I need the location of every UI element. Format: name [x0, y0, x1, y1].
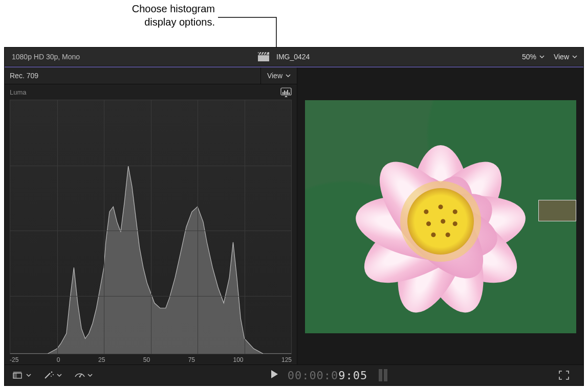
- play-button[interactable]: [270, 370, 278, 381]
- annotation-text: Choose histogram display options.: [132, 2, 215, 29]
- audio-meter: [379, 369, 387, 381]
- histogram-x-tick: 50: [143, 356, 150, 363]
- histogram-options-button[interactable]: [280, 87, 292, 97]
- selection-marker[interactable]: [538, 200, 576, 221]
- svg-line-16: [45, 373, 50, 378]
- svg-rect-7: [282, 92, 284, 95]
- scopes-view-label: View: [267, 72, 282, 80]
- histogram-mode-label: Luma: [10, 88, 27, 96]
- histogram-x-tick: 125: [281, 356, 292, 363]
- histogram-x-tick: 0: [57, 356, 60, 363]
- timecode-display[interactable]: 00:00:09:05: [288, 369, 368, 382]
- scopes-panel: Rec. 709 View Luma: [5, 67, 297, 365]
- retime-button[interactable]: [71, 369, 96, 382]
- histogram-x-tick: -25: [10, 356, 18, 363]
- color-space-label: Rec. 709: [5, 72, 260, 80]
- scopes-view-menu[interactable]: View: [260, 67, 297, 84]
- annotation-callout: Choose histogram display options.: [0, 0, 215, 46]
- app-window: 1080p HD 30p, Mono IMG_0424 50%: [4, 47, 584, 386]
- viewer-top-bar: 1080p HD 30p, Mono IMG_0424 50%: [5, 48, 583, 66]
- preview-image: [305, 100, 576, 333]
- clip-appearance-button[interactable]: [10, 369, 34, 381]
- svg-point-19: [51, 376, 52, 377]
- svg-point-21: [79, 376, 81, 378]
- timecode-dim: 00:00:0: [288, 369, 339, 382]
- svg-point-17: [51, 372, 53, 373]
- viewer-panel: [297, 67, 583, 365]
- timecode-bright: 9:05: [338, 369, 367, 382]
- viewer-preview[interactable]: [301, 75, 579, 358]
- histogram-x-tick: 25: [98, 356, 105, 363]
- svg-rect-11: [289, 93, 290, 95]
- chevron-down-icon: [539, 53, 545, 61]
- svg-rect-10: [287, 90, 288, 95]
- svg-marker-22: [271, 370, 278, 378]
- zoom-menu[interactable]: 50%: [519, 53, 548, 61]
- zoom-value: 50%: [522, 53, 536, 61]
- svg-rect-8: [284, 90, 285, 95]
- histogram-x-axis: -250255075100125: [10, 354, 292, 363]
- svg-rect-9: [286, 91, 287, 95]
- histogram-x-tick: 75: [188, 356, 195, 363]
- viewer-view-menu[interactable]: View: [551, 53, 580, 61]
- chevron-down-icon: [286, 72, 291, 80]
- histogram-plot: [10, 100, 292, 354]
- clip-name-label: IMG_0424: [276, 53, 310, 61]
- format-label: 1080p HD 30p, Mono: [5, 53, 255, 61]
- bottom-toolbar: 00:00:09:05: [5, 364, 583, 385]
- svg-marker-12: [285, 96, 288, 97]
- flower-center: [407, 188, 474, 255]
- viewer-view-label: View: [554, 53, 569, 61]
- fullscreen-button[interactable]: [556, 369, 572, 382]
- svg-rect-14: [13, 373, 17, 378]
- histogram-x-tick: 100: [233, 356, 243, 363]
- scopes-header: Rec. 709 View: [5, 67, 297, 84]
- svg-point-18: [53, 374, 54, 375]
- enhancements-button[interactable]: [40, 369, 65, 382]
- histogram-header: Luma: [5, 84, 297, 100]
- clapperboard-icon: [258, 52, 269, 61]
- chevron-down-icon: [572, 53, 577, 61]
- svg-rect-0: [258, 55, 269, 61]
